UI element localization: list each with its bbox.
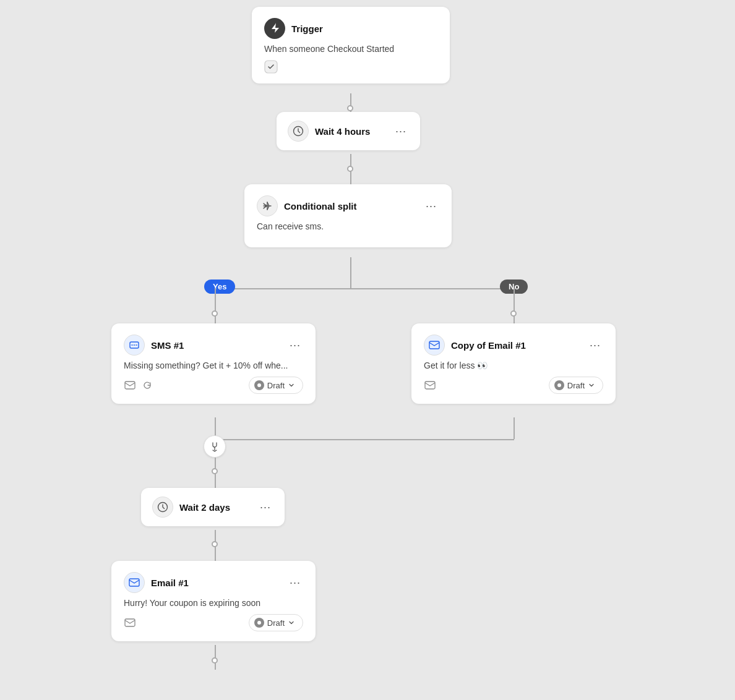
- svg-rect-9: [129, 579, 139, 586]
- connector-branch-h-right: [350, 288, 514, 289]
- svg-rect-6: [425, 382, 435, 389]
- connector-no-down: [514, 288, 515, 323]
- connector-cond-branch: [350, 257, 351, 289]
- email1-title: Email #1: [151, 578, 281, 588]
- connector-branch-h-left: [215, 288, 351, 289]
- wait1-card: Wait 4 hours ···: [277, 112, 420, 150]
- connector-yes-down: [215, 288, 216, 323]
- email1-card: Email #1 ··· Hurry! Your coupon is expir…: [111, 561, 316, 641]
- sms-chevron-icon: [288, 382, 295, 389]
- svg-rect-10: [125, 619, 135, 626]
- email-copy-draft-icon: [554, 380, 564, 390]
- email1-email-icon: [124, 617, 136, 629]
- dot-3: [212, 310, 218, 317]
- workflow-canvas: Trigger When someone Checkout Started Wa…: [0, 0, 735, 700]
- svg-point-7: [557, 383, 561, 387]
- trigger-subtitle: When someone Checkout Started: [264, 44, 437, 54]
- wait1-title: Wait 4 hours: [315, 126, 387, 137]
- sms-title: SMS #1: [151, 340, 281, 351]
- dot-6: [212, 541, 218, 547]
- wait2-title: Wait 2 days: [179, 502, 251, 513]
- sms-subtitle: Missing something? Get it + 10% off whe.…: [124, 361, 303, 370]
- email-copy-chevron-icon: [588, 382, 595, 389]
- svg-point-11: [257, 621, 261, 625]
- conditional-subtitle: Can receive sms.: [257, 221, 439, 231]
- sms-icon: [124, 335, 145, 356]
- connector-email-copy-down: [514, 417, 515, 439]
- trigger-card: Trigger When someone Checkout Started: [252, 7, 450, 83]
- dot-2: [347, 166, 353, 172]
- dot-4: [510, 310, 517, 317]
- email1-icon: [124, 572, 145, 593]
- sms-refresh-icon: [141, 379, 153, 391]
- dot-5: [212, 468, 218, 474]
- email1-chevron-icon: [288, 619, 295, 626]
- email-copy-subtitle: Get it for less 👀: [424, 361, 603, 370]
- email1-more-button[interactable]: ···: [287, 575, 303, 591]
- conditional-more-button[interactable]: ···: [423, 198, 439, 214]
- sms-email-icon: [124, 379, 136, 391]
- merge-icon: [204, 435, 226, 458]
- wait1-more-button[interactable]: ···: [393, 124, 409, 139]
- email-copy-title: Copy of Email #1: [451, 340, 581, 351]
- dot-7: [212, 657, 218, 664]
- email1-draft-label: Draft: [267, 618, 285, 628]
- wait2-card: Wait 2 days ···: [141, 488, 285, 526]
- sms-draft-label: Draft: [267, 381, 285, 390]
- yes-label: Yes: [204, 280, 235, 294]
- svg-rect-3: [125, 382, 135, 389]
- svg-rect-5: [429, 341, 439, 349]
- wait2-icon: [152, 497, 173, 518]
- trigger-icon: [264, 18, 285, 39]
- email-copy-email-icon: [424, 379, 436, 391]
- email-copy-card: Copy of Email #1 ··· Get it for less 👀 D…: [411, 323, 616, 404]
- wait1-icon: [288, 121, 309, 142]
- sms-card: SMS #1 ··· Missing something? Get it + 1…: [111, 323, 316, 404]
- sms-more-button[interactable]: ···: [287, 338, 303, 353]
- connector-merge-h: [215, 439, 514, 440]
- conditional-icon: [257, 195, 278, 216]
- email-copy-draft-label: Draft: [567, 381, 585, 390]
- conditional-title: Conditional split: [284, 201, 417, 211]
- email1-subtitle: Hurry! Your coupon is expiring soon: [124, 598, 303, 608]
- conditional-card: Conditional split ··· Can receive sms.: [244, 184, 452, 247]
- svg-point-4: [257, 383, 261, 387]
- sms-draft-button[interactable]: Draft: [249, 377, 303, 394]
- email-copy-more-button[interactable]: ···: [587, 338, 603, 353]
- email1-draft-button[interactable]: Draft: [249, 614, 303, 631]
- dot-1: [347, 105, 353, 111]
- email-copy-icon: [424, 335, 445, 356]
- sms-draft-icon: [254, 380, 264, 390]
- trigger-title: Trigger: [291, 23, 437, 34]
- trigger-logo-icon: [264, 60, 278, 74]
- wait2-more-button[interactable]: ···: [257, 500, 273, 515]
- email1-draft-icon: [254, 618, 264, 628]
- email-copy-draft-button[interactable]: Draft: [549, 377, 603, 394]
